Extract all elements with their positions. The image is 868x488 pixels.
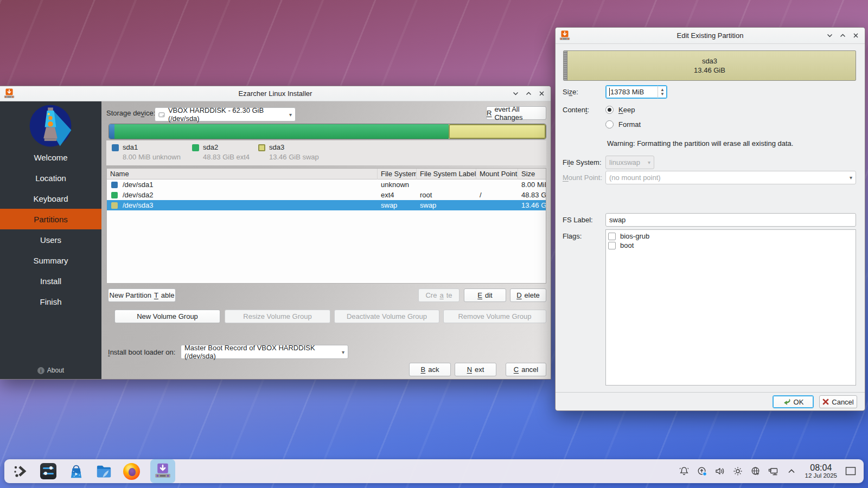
- format-radio-label[interactable]: Format: [618, 120, 641, 129]
- spin-down-icon: ▼: [660, 92, 665, 97]
- maximize-icon[interactable]: [839, 31, 847, 40]
- chevron-down-icon: ▾: [648, 159, 650, 165]
- table-row[interactable]: /dev/sda1 unknown 8.00 MiB: [107, 179, 546, 190]
- partition-size: 13.46 GiB: [694, 66, 725, 75]
- show-desktop-icon[interactable]: [845, 466, 856, 477]
- row-swatch: [111, 202, 118, 209]
- format-warning-text: Warning: Formatting the partition will e…: [607, 137, 793, 150]
- sidebar-item-users[interactable]: Users: [0, 229, 101, 250]
- create-button[interactable]: Create: [418, 288, 459, 302]
- close-icon[interactable]: [852, 31, 860, 40]
- resize-volume-group-button[interactable]: Resize Volume Group: [225, 310, 330, 323]
- chevron-down-icon: ▾: [289, 112, 292, 118]
- display-connect-icon[interactable]: [768, 466, 779, 477]
- sidebar-item-finish[interactable]: Finish: [0, 291, 101, 312]
- updates-icon[interactable]: [697, 466, 707, 477]
- mount-point-value: (no mount point): [609, 174, 661, 182]
- next-button[interactable]: Next: [455, 363, 496, 376]
- sidebar-nav: Welcome Location Keyboard Partitions Use…: [0, 147, 101, 312]
- cancel-button[interactable]: Cancel: [506, 363, 546, 376]
- calamares-task-active[interactable]: [150, 459, 175, 483]
- revert-all-changes-button[interactable]: Revert All Changes: [486, 106, 546, 120]
- size-spinbox[interactable]: 13783 MiB ▲▼: [605, 85, 667, 99]
- installer-window: Ezarcher Linux Installer Welcome Locatio…: [0, 86, 551, 380]
- dialog-titlebar[interactable]: Edit Existing Partition: [556, 28, 865, 44]
- volume-icon[interactable]: [714, 466, 725, 477]
- partition-table: Name File System File System Label Mount…: [106, 168, 546, 284]
- sidebar-item-partitions[interactable]: Partitions: [0, 209, 101, 229]
- bootloader-select[interactable]: Master Boot Record of VBOX HARDDISK (/de…: [181, 345, 348, 359]
- partition-bar[interactable]: [108, 124, 546, 139]
- ok-button-label: OK: [794, 398, 804, 406]
- close-icon[interactable]: [538, 89, 546, 98]
- fs-label-value: swap: [609, 216, 626, 224]
- sidebar-item-keyboard[interactable]: Keyboard: [0, 188, 101, 209]
- fs-label-input[interactable]: swap: [605, 213, 856, 227]
- flag-item-boot[interactable]: boot: [608, 241, 853, 250]
- partition-grip-handle[interactable]: [564, 51, 567, 80]
- expand-tray-chevron-icon[interactable]: [786, 466, 797, 477]
- bios-grub-label: bios-grub: [620, 232, 649, 240]
- table-header[interactable]: Name File System File System Label Mount…: [107, 169, 546, 179]
- maximize-icon[interactable]: [525, 89, 533, 98]
- clock-time: 08:04: [810, 463, 832, 473]
- flags-label: Flags:: [563, 229, 582, 243]
- partition-bar-sda2[interactable]: [114, 124, 449, 139]
- storage-device-select[interactable]: VBOX HARDDISK - 62.30 GiB (/dev/sda) ▾: [155, 107, 296, 121]
- system-tray: 08:04 12 Jul 2025: [679, 459, 856, 483]
- clock-date: 12 Jul 2025: [805, 472, 837, 479]
- system-settings-icon[interactable]: [40, 463, 57, 480]
- bootloader-value: Master Boot Record of VBOX HARDDISK (/de…: [184, 344, 339, 360]
- chevron-down-icon: ▾: [342, 349, 344, 355]
- delete-button[interactable]: Delete: [510, 288, 546, 302]
- edit-button[interactable]: Edit: [464, 288, 506, 302]
- discover-icon[interactable]: [67, 463, 85, 480]
- sidebar-item-install[interactable]: Install: [0, 271, 101, 291]
- format-radio[interactable]: [605, 120, 614, 129]
- brightness-icon[interactable]: [732, 466, 743, 477]
- cancel-x-icon: [822, 399, 829, 405]
- spin-arrows[interactable]: ▲▼: [658, 86, 667, 98]
- bios-grub-checkbox[interactable]: [608, 233, 616, 240]
- row-swatch: [111, 182, 118, 188]
- sidebar-item-location[interactable]: Location: [0, 168, 101, 188]
- table-row[interactable]: /dev/sda2 ext4 root / 48.83 GiB: [107, 190, 546, 200]
- window-title: Ezarcher Linux Installer: [0, 89, 551, 98]
- keep-radio[interactable]: [605, 106, 614, 114]
- remove-volume-group-button[interactable]: Remove Volume Group: [443, 310, 546, 323]
- new-volume-group-button[interactable]: New Volume Group: [114, 310, 220, 323]
- back-button[interactable]: Back: [409, 363, 451, 376]
- dolphin-file-manager-icon[interactable]: [95, 463, 112, 480]
- new-partition-table-button[interactable]: New Partition Table: [108, 288, 176, 302]
- content-label: Content:: [563, 103, 589, 117]
- dialog-cancel-button[interactable]: Cancel: [819, 395, 857, 408]
- partition-bar-sda3-selected[interactable]: [449, 124, 546, 139]
- partition-preview-bar: sda3 13.46 GiB: [563, 50, 856, 81]
- file-system-value: linuxswap: [609, 158, 640, 166]
- firefox-icon[interactable]: [123, 463, 140, 480]
- sidebar-item-welcome[interactable]: Welcome: [0, 147, 101, 168]
- table-row-selected[interactable]: /dev/sda3 swap swap 13.46 GiB: [107, 200, 546, 210]
- minimize-icon[interactable]: [826, 31, 834, 40]
- network-globe-icon[interactable]: [750, 466, 761, 477]
- digital-clock[interactable]: 08:04 12 Jul 2025: [805, 463, 837, 479]
- dialog-separator: [556, 392, 865, 393]
- deactivate-volume-group-button[interactable]: Deactivate Volume Group: [334, 310, 439, 323]
- text-caret: [609, 88, 610, 96]
- app-launcher-icon[interactable]: [12, 463, 29, 480]
- keep-radio-label[interactable]: Keep: [618, 106, 635, 114]
- about-button[interactable]: i About: [0, 367, 101, 374]
- partition-bar-sda1[interactable]: [109, 124, 114, 139]
- size-value: 13783 MiB: [610, 88, 644, 96]
- file-system-label: File System:: [563, 156, 602, 169]
- legend-sda3: sda3 13.46 GiB swap: [258, 143, 319, 161]
- sidebar-item-summary[interactable]: Summary: [0, 250, 101, 271]
- notifications-bell-icon[interactable]: [679, 466, 690, 477]
- boot-checkbox[interactable]: [608, 242, 616, 249]
- installer-titlebar[interactable]: Ezarcher Linux Installer: [0, 86, 551, 101]
- minimize-icon[interactable]: [512, 89, 520, 98]
- ok-apply-icon: [783, 398, 791, 406]
- ok-button[interactable]: OK: [773, 395, 814, 408]
- flags-list[interactable]: bios-grub boot: [605, 229, 856, 386]
- flag-item-bios-grub[interactable]: bios-grub: [608, 232, 853, 241]
